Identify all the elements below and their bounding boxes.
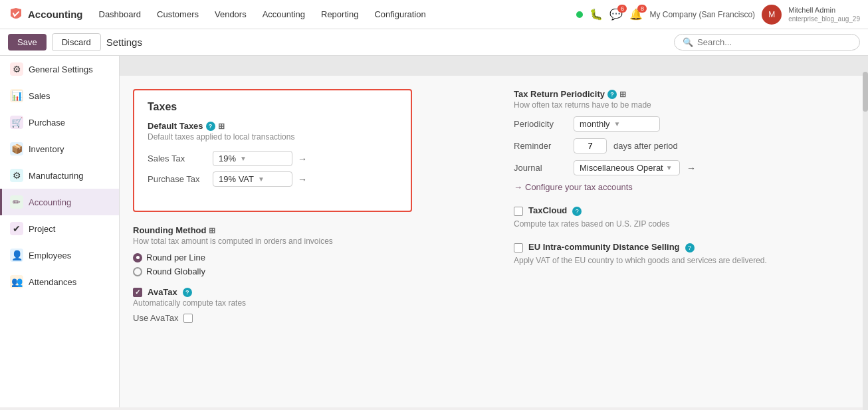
avatax-checkbox[interactable] xyxy=(133,288,142,297)
tax-return-desc: How often tax returns have to be made xyxy=(514,100,855,110)
project-icon: ✔ xyxy=(10,222,23,235)
main-layout: ⚙ General Settings 📊 Sales 🛒 Purchase 📦 … xyxy=(0,56,868,407)
manufacturing-icon: ⚙ xyxy=(10,169,23,182)
bug-icon[interactable]: 🐛 xyxy=(590,8,603,21)
journal-select[interactable]: Miscellaneous Operat ▼ xyxy=(574,160,680,175)
nav-customers[interactable]: Customers xyxy=(150,7,205,22)
sales-tax-row: Sales Tax 19% ▼ → xyxy=(148,148,397,169)
purchase-tax-row: Purchase Tax 19% VAT ▼ → xyxy=(148,169,397,189)
use-avatax-checkbox[interactable] xyxy=(183,314,193,323)
settings-area: Taxes Default Taxes ? ⊞ Default taxes ap… xyxy=(120,76,868,336)
sidebar-item-project[interactable]: ✔ Project xyxy=(0,215,119,242)
taxes-box: Taxes Default Taxes ? ⊞ Default taxes ap… xyxy=(133,89,412,212)
reminder-input[interactable] xyxy=(574,138,607,154)
sidebar-item-general-settings[interactable]: ⚙ General Settings xyxy=(0,56,119,82)
nav-dashboard[interactable]: Dashboard xyxy=(92,7,148,22)
sales-tax-label: Sales Tax xyxy=(148,154,207,163)
round-globally-radio[interactable] xyxy=(133,267,142,276)
search-input[interactable] xyxy=(697,37,851,47)
round-globally-label: Round Globally xyxy=(146,266,205,276)
sidebar-item-employees[interactable]: 👤 Employees xyxy=(0,242,119,268)
sidebar-item-inventory[interactable]: 📦 Inventory xyxy=(0,136,119,162)
eu-intra-checkbox[interactable] xyxy=(514,243,523,253)
sidebar: ⚙ General Settings 📊 Sales 🛒 Purchase 📦 … xyxy=(0,56,120,407)
sidebar-item-manufacturing[interactable]: ⚙ Manufacturing xyxy=(0,162,119,189)
save-button[interactable]: Save xyxy=(8,34,47,51)
scrollbar-thumb[interactable] xyxy=(863,72,868,112)
sidebar-item-accounting[interactable]: ✏ Accounting xyxy=(0,189,119,215)
round-per-line-option[interactable]: Round per Line xyxy=(133,253,474,262)
sidebar-label-purchase: Purchase xyxy=(29,118,65,128)
config-arrow-icon: → xyxy=(514,182,522,192)
config-link-label: Configure your tax accounts xyxy=(525,182,633,192)
sidebar-label-employees: Employees xyxy=(29,251,71,260)
nav-accounting[interactable]: Accounting xyxy=(256,7,312,22)
tax-return-grid-icon[interactable]: ⊞ xyxy=(619,90,626,99)
action-toolbar: Save Discard Settings 🔍 xyxy=(0,29,868,56)
journal-arrow: ▼ xyxy=(666,164,673,171)
purchase-tax-arrow-link[interactable]: → xyxy=(298,174,307,185)
general-settings-icon: ⚙ xyxy=(10,62,23,76)
accounting-icon: ✏ xyxy=(10,195,23,209)
tax-return-help-icon[interactable]: ? xyxy=(607,90,617,99)
sidebar-label-sales: Sales xyxy=(29,91,51,101)
purchase-icon: 🛒 xyxy=(10,116,23,129)
left-column: Taxes Default Taxes ? ⊞ Default taxes ap… xyxy=(133,89,474,323)
nav-configuration[interactable]: Configuration xyxy=(368,7,432,22)
taxcloud-desc: Compute tax rates based on U.S. ZIP code… xyxy=(514,219,855,229)
eu-intra-desc: Apply VAT of the EU country to which goo… xyxy=(514,256,855,265)
avatax-checkbox-row: AvaTax ? xyxy=(133,287,474,297)
tax-return-section: Tax Return Periodicity ? ⊞ How often tax… xyxy=(514,89,855,192)
sales-tax-select[interactable]: 19% ▼ xyxy=(213,151,292,166)
inventory-icon: 📦 xyxy=(10,142,23,155)
sidebar-item-purchase[interactable]: 🛒 Purchase xyxy=(0,109,119,136)
user-avatar[interactable]: M xyxy=(762,5,782,25)
nav-right-actions: 🐛 💬 6 🔔 8 My Company (San Francisco) M M… xyxy=(576,5,860,25)
taxcloud-title: TaxCloud xyxy=(528,205,567,215)
taxcloud-help-icon[interactable]: ? xyxy=(572,207,582,216)
sidebar-item-attendances[interactable]: 👥 Attendances xyxy=(0,268,119,295)
round-per-line-radio[interactable] xyxy=(133,253,142,262)
default-taxes-grid-icon[interactable]: ⊞ xyxy=(218,122,225,131)
eu-intra-header: EU Intra-community Distance Selling ? xyxy=(514,242,855,253)
sales-icon: 📊 xyxy=(10,89,23,102)
avatax-help-icon[interactable]: ? xyxy=(183,288,192,297)
company-name[interactable]: My Company (San Francisco) xyxy=(649,10,755,19)
app-logo[interactable]: Accounting xyxy=(8,7,83,23)
discard-button[interactable]: Discard xyxy=(52,33,101,51)
sidebar-label-inventory: Inventory xyxy=(29,144,64,154)
eu-intra-help-icon[interactable]: ? xyxy=(685,243,695,253)
search-box: 🔍 xyxy=(674,34,860,51)
app-logo-icon xyxy=(8,7,24,23)
nav-reporting[interactable]: Reporting xyxy=(314,7,365,22)
app-name-label: Accounting xyxy=(28,9,83,20)
default-taxes-desc: Default taxes applied to local transacti… xyxy=(148,132,397,142)
periodicity-select[interactable]: monthly ▼ xyxy=(574,116,660,132)
top-navigation: Accounting Dashboard Customers Vendors A… xyxy=(0,0,868,29)
configure-tax-accounts-link[interactable]: → Configure your tax accounts xyxy=(514,182,855,192)
purchase-tax-select[interactable]: 19% VAT ▼ xyxy=(213,171,292,187)
periodicity-arrow: ▼ xyxy=(614,120,621,128)
nav-vendors[interactable]: Vendors xyxy=(208,7,253,22)
rounding-grid-icon[interactable]: ⊞ xyxy=(209,226,215,235)
avatax-title: AvaTax xyxy=(148,287,177,297)
eu-intra-section: EU Intra-community Distance Selling ? Ap… xyxy=(514,242,855,265)
sales-tax-arrow: ▼ xyxy=(240,155,247,162)
default-taxes-help-icon[interactable]: ? xyxy=(206,122,215,131)
periodicity-value: monthly xyxy=(580,119,610,129)
rounding-label: Rounding Method ⊞ xyxy=(133,225,474,235)
round-globally-option[interactable]: Round Globally xyxy=(133,266,474,276)
sidebar-label-manufacturing: Manufacturing xyxy=(29,171,83,181)
taxcloud-checkbox[interactable] xyxy=(514,207,523,216)
rounding-radio-group: Round per Line Round Globally xyxy=(133,253,474,276)
sidebar-label-accounting: Accounting xyxy=(29,197,71,207)
sales-tax-arrow-link[interactable]: → xyxy=(298,154,307,164)
scrollbar-track[interactable] xyxy=(863,58,868,407)
attendances-icon: 👥 xyxy=(10,275,23,288)
alerts-icon[interactable]: 🔔 8 xyxy=(629,8,643,21)
messages-icon[interactable]: 💬 6 xyxy=(609,8,623,21)
sidebar-item-sales[interactable]: 📊 Sales xyxy=(0,82,119,109)
avatax-desc: Automatically compute tax rates xyxy=(133,298,474,308)
alerts-badge: 8 xyxy=(637,5,647,13)
journal-arrow-link[interactable]: → xyxy=(687,163,696,173)
